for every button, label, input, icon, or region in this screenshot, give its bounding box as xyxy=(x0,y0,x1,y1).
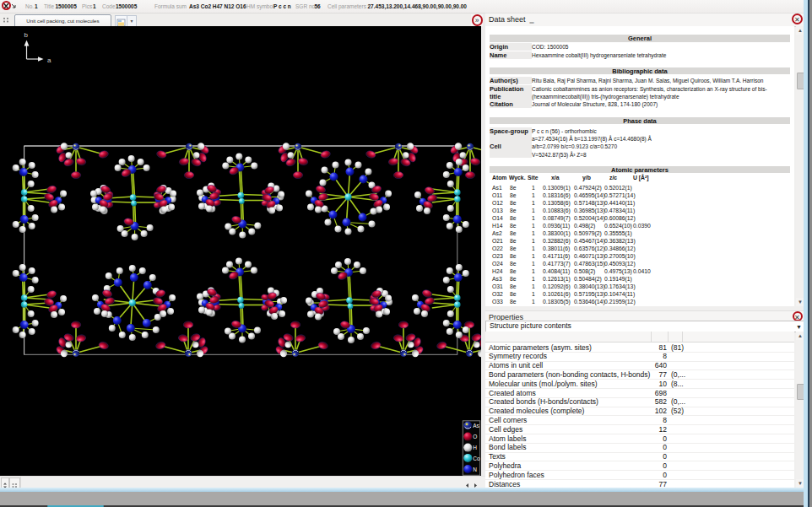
svg-text:N: N xyxy=(473,467,477,472)
svg-text:As: As xyxy=(473,423,479,429)
svg-text:Co: Co xyxy=(473,456,480,461)
svg-text:O: O xyxy=(473,434,477,440)
svg-text:H: H xyxy=(473,445,477,450)
svg-text:b: b xyxy=(24,31,29,39)
svg-text:a: a xyxy=(47,57,51,64)
